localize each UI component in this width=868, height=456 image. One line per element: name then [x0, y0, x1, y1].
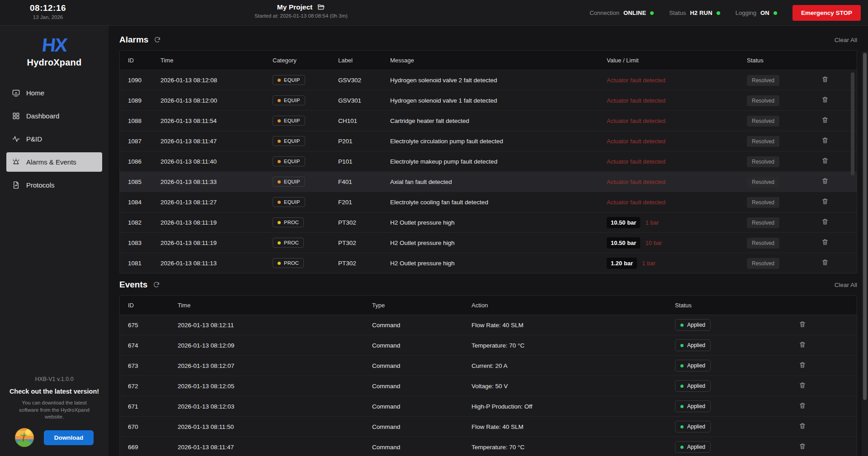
alarm-message: H2 Outlet pressure high	[390, 219, 607, 226]
alarm-time: 2026-01-13 08:11:19	[160, 219, 273, 226]
page-scrollbar[interactable]	[862, 52, 868, 456]
topbar: 08:12:16 13 Jan, 2026 My Project Started…	[0, 0, 868, 26]
event-time: 2026-01-13 08:11:47	[178, 444, 372, 451]
col-action: Action	[472, 302, 675, 309]
page-scrollbar-thumb[interactable]	[863, 53, 867, 400]
refresh-alarms-icon[interactable]	[154, 36, 161, 43]
sidebar-item-protocols[interactable]: Protocols	[6, 175, 102, 195]
sidebar-item-dashboard[interactable]: Dashboard	[6, 106, 102, 126]
alarm-time: 2026-01-13 08:11:33	[160, 179, 273, 185]
alarm-message: Cartridge heater falt detected	[390, 118, 607, 124]
delete-alarm-button[interactable]	[821, 96, 829, 103]
category-dot	[278, 99, 281, 102]
clear-all-alarms-link[interactable]: Clear All	[835, 37, 857, 43]
event-status-badge: Applied	[675, 380, 711, 392]
category-dot	[278, 119, 281, 122]
alarm-value-chip: 10.50 bar	[607, 217, 640, 228]
delete-event-button[interactable]	[799, 442, 806, 450]
connection-value: ONLINE	[623, 9, 646, 16]
open-project-folder-icon[interactable]	[317, 3, 325, 11]
col-time: Time	[178, 302, 372, 309]
clear-all-events-link[interactable]: Clear All	[835, 282, 857, 288]
sidebar-nav: Home Dashboard P&ID Alarms & Events	[0, 83, 108, 195]
alarm-time: 2026-01-13 08:11:54	[160, 118, 273, 124]
delete-event-button[interactable]	[799, 320, 806, 328]
alarm-time: 2026-01-13 08:11:40	[160, 158, 273, 165]
delete-alarm-button[interactable]	[821, 177, 829, 185]
event-action: Temperature: 70 °C	[472, 342, 675, 349]
events-title: Events	[119, 280, 147, 290]
alarm-time: 2026-01-13 08:12:00	[160, 97, 273, 104]
delete-event-button[interactable]	[799, 361, 806, 369]
alarm-row: 1086 2026-01-13 08:11:40 EQUIP P101 Elec…	[120, 151, 857, 171]
alarms-table: ID Time Category Label Message Value / L…	[119, 50, 857, 273]
alarms-table-body: 1090 2026-01-13 08:12:08 EQUIP GSV302 Hy…	[120, 70, 857, 273]
delete-alarm-button[interactable]	[821, 75, 829, 83]
download-button[interactable]: Download	[44, 430, 94, 445]
events-table: ID Time Type Action Status 675 2026-01-1…	[119, 295, 857, 456]
logo-block: HX HydroXpand	[0, 26, 108, 68]
delete-event-button[interactable]	[799, 341, 806, 348]
alarm-status-badge: Resolved	[747, 95, 779, 106]
event-action: Flow Rate: 40 SLM	[472, 322, 675, 329]
update-title: Check out the latest version!	[0, 388, 108, 395]
alarm-limit: Actuator fault detected	[607, 199, 665, 206]
alarm-row: 1089 2026-01-13 08:12:00 EQUIP GSV301 Hy…	[120, 90, 857, 110]
delete-alarm-button[interactable]	[821, 136, 829, 144]
date: 13 Jan, 2026	[30, 14, 66, 20]
col-message: Message	[390, 57, 607, 64]
col-id: ID	[128, 302, 178, 309]
event-status-badge: Applied	[675, 319, 711, 331]
category-badge: EQUIP	[273, 116, 305, 126]
event-type: Command	[372, 403, 472, 410]
alarm-message: Electrolyte cooling fan fault detected	[390, 199, 607, 206]
category-dot	[278, 180, 281, 183]
sidebar-item-home[interactable]: Home	[6, 83, 102, 103]
logging-ok-dot	[774, 11, 777, 15]
col-type: Type	[372, 302, 472, 309]
category-badge: PROC	[273, 217, 304, 227]
sidebar-item-pid[interactable]: P&ID	[6, 129, 102, 149]
alarms-section: Alarms Clear All ID Time Category Label …	[119, 33, 857, 273]
sidebar-item-alarms-events[interactable]: Alarms & Events	[6, 152, 102, 172]
category-dot	[278, 221, 281, 224]
event-time: 2026-01-13 08:12:03	[178, 403, 372, 410]
delete-alarm-button[interactable]	[821, 259, 829, 266]
refresh-events-icon[interactable]	[153, 281, 160, 288]
sidebar-item-label: P&ID	[26, 135, 42, 143]
alarm-limit: Actuator fault detected	[607, 179, 665, 185]
clock-block: 08:12:16 13 Jan, 2026	[30, 3, 66, 20]
brand-name: HydroXpand	[0, 57, 108, 68]
emergency-stop-button[interactable]: Emergency STOP	[793, 5, 861, 21]
delete-alarm-button[interactable]	[821, 238, 829, 246]
alarm-status-badge: Resolved	[747, 238, 779, 249]
connection-label: Connection	[590, 9, 619, 16]
delete-alarm-button[interactable]	[821, 116, 829, 124]
category-badge: EQUIP	[273, 156, 305, 166]
alarm-message: Hydrogen solenoid valve 2 falt detected	[390, 77, 607, 84]
delete-alarm-button[interactable]	[821, 218, 829, 226]
alarm-time: 2026-01-13 08:11:27	[160, 199, 273, 206]
alarms-scrollbar[interactable]	[851, 72, 854, 175]
event-type: Command	[372, 383, 472, 390]
event-time: 2026-01-13 08:12:09	[178, 342, 372, 349]
delete-event-button[interactable]	[799, 402, 806, 409]
delete-event-button[interactable]	[799, 422, 806, 430]
delete-alarm-button[interactable]	[821, 157, 829, 165]
category-badge: EQUIP	[273, 136, 305, 146]
topbar-status-area: Connection ONLINE Status H2 RUN Logging …	[590, 0, 861, 26]
delete-event-button[interactable]	[799, 381, 806, 389]
category-badge: PROC	[273, 238, 304, 248]
event-id: 674	[128, 342, 178, 349]
status-label: Status	[669, 9, 686, 16]
category-badge: EQUIP	[273, 95, 305, 105]
alarm-label: F401	[338, 179, 390, 185]
status-ok-dot	[717, 11, 720, 15]
event-row: 672 2026-01-13 08:12:05 Command Voltage:…	[120, 376, 857, 396]
delete-alarm-button[interactable]	[821, 197, 829, 205]
alarm-label: PT302	[338, 219, 390, 226]
applied-dot	[680, 324, 684, 327]
category-dot	[278, 241, 281, 244]
event-id: 675	[128, 322, 178, 329]
main-content: Alarms Clear All ID Time Category Label …	[108, 26, 868, 456]
